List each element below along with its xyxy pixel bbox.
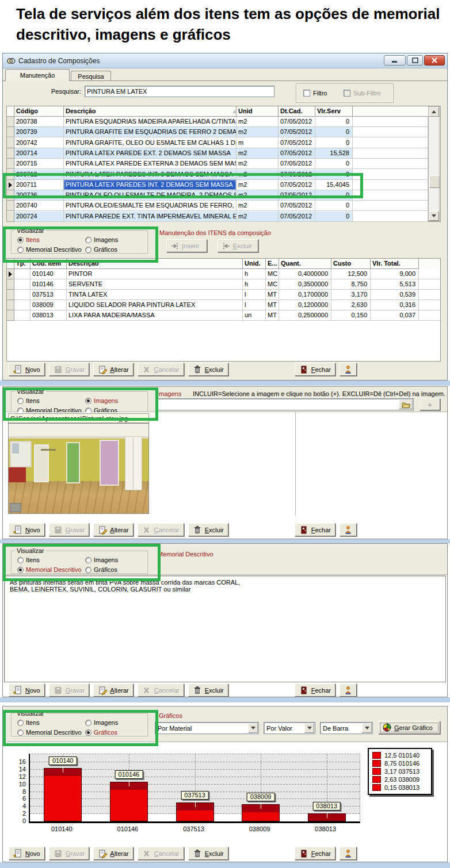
radio-itens[interactable]: Itens (17, 236, 85, 243)
maximize-button[interactable] (407, 55, 423, 66)
cancelar-button[interactable]: Cancelar (138, 683, 184, 697)
row-header-cell[interactable] (7, 201, 14, 211)
cell-vlrserv[interactable]: 15,4045 (315, 180, 353, 190)
search-input[interactable] (85, 86, 274, 97)
header-item-unid[interactable]: Unid. (243, 259, 266, 269)
row-header-cell[interactable] (7, 127, 14, 137)
cell-vlr-total[interactable]: 5,513 (371, 279, 419, 290)
cell-dtcad[interactable]: 07/05/2012 (279, 170, 315, 180)
fechar-button[interactable]: Fechar (295, 363, 335, 376)
vertical-scrollbar[interactable] (428, 106, 440, 221)
fechar-button[interactable]: Fechar (295, 847, 335, 860)
cell-item-unid[interactable]: un (243, 310, 266, 321)
cell-cod-item[interactable]: 037513 (30, 290, 67, 300)
header-cod-item[interactable]: Cod. Item (30, 259, 67, 269)
excluir-item-button[interactable]: Excluir (218, 239, 258, 252)
cell-unid[interactable]: m2 (237, 127, 279, 137)
row-header-cell[interactable] (7, 212, 14, 222)
row-header-cell[interactable] (7, 300, 14, 310)
composition-row[interactable]: 200714PINTURA LATEX PAREDE EXT. 2 DEMAOS… (7, 148, 440, 159)
cell-vlrserv[interactable]: 0 (315, 201, 353, 211)
novo-button[interactable]: Novo (9, 683, 45, 697)
cell-descricao[interactable]: PINTURA GRAFITE EM ESQUADRIAS DE FERRO 2… (64, 127, 237, 137)
cancelar-button[interactable]: Cancelar (138, 523, 184, 536)
row-header-cell[interactable] (7, 117, 14, 127)
cell-item-descricao[interactable]: LIXA PARA MADEIRA/MASSA (67, 310, 243, 321)
header-quant[interactable]: Quant. (279, 259, 331, 269)
cell-filler[interactable] (353, 212, 428, 222)
excluir-button[interactable]: Excluir (188, 523, 228, 536)
radio-imagens[interactable]: Imagens (85, 236, 118, 243)
cell-vlrserv[interactable]: 0 (315, 170, 353, 180)
cell-vlrserv[interactable]: 0 (315, 117, 353, 127)
cell-cod-item[interactable]: 010140 (30, 269, 67, 279)
subfiltro-checkbox[interactable]: Sub-Filtro (344, 90, 381, 97)
composition-row[interactable]: 200739PINTURA GRAFITE EM ESQUADRIAS DE F… (7, 127, 440, 137)
radio-memorial-descritivo[interactable]: Memorial Descritivo (17, 566, 85, 573)
cell-cod-item[interactable]: 038013 (30, 310, 67, 321)
row-header-cell[interactable] (7, 148, 14, 159)
cell-e[interactable]: MC (266, 269, 279, 279)
cell-dtcad[interactable]: 07/05/2012 (279, 212, 315, 222)
cell-filler[interactable] (353, 117, 428, 127)
scroll-down-button[interactable] (429, 211, 439, 221)
alterar-button[interactable]: Alterar (93, 683, 133, 697)
cell-item-descricao[interactable]: SERVENTE (67, 279, 243, 290)
memorial-textarea[interactable]: As pinturas internas serão em tinta PVA … (4, 575, 446, 682)
cell-unid[interactable]: m2 (237, 170, 279, 180)
cell-item-unid[interactable]: h (243, 279, 266, 290)
radio-itens[interactable]: Itens (17, 397, 85, 404)
help-button[interactable] (340, 683, 357, 697)
cell-vlr-total[interactable]: 0,037 (371, 310, 419, 321)
cell-dtcad[interactable]: 07/05/2012 (279, 180, 315, 190)
cell-custo[interactable]: 3,170 (331, 290, 371, 300)
cell-item-descricao[interactable]: TINTA LATEX (67, 290, 243, 300)
cell-dtcad[interactable]: 07/05/2012 (279, 190, 315, 201)
cell-item-unid[interactable]: l (243, 300, 266, 310)
cell-filler[interactable] (353, 159, 428, 169)
tab-manutencao[interactable]: Manutenção (5, 69, 70, 81)
cell-unid[interactable]: m2 (237, 159, 279, 169)
cell-custo[interactable]: 12,500 (331, 269, 371, 279)
cell-descricao[interactable]: PINTURA PAREDE EXT. TINTA IMPERMEAVEL MI… (64, 212, 237, 222)
browse-folder-button[interactable] (399, 400, 413, 409)
row-header-cell[interactable] (7, 279, 14, 290)
cell-unid[interactable]: m2 (237, 117, 279, 127)
cell-vlr-total[interactable]: 9,000 (371, 269, 419, 279)
close-button[interactable] (424, 55, 445, 66)
cell-descricao[interactable]: PINTURA ESQUADRIAS MADEIRA APARELHADA C/… (64, 117, 237, 127)
cell-e[interactable]: MT (266, 290, 279, 300)
composition-row[interactable]: 200742PINTURA GRAFITE, OLEO OU ESMALTE E… (7, 138, 440, 148)
header-tp[interactable]: Tp. (14, 259, 30, 269)
room-photo[interactable] (8, 423, 149, 514)
row-header-cell[interactable] (7, 180, 14, 190)
cell-quant[interactable]: 0,2500000 (279, 310, 331, 321)
composition-row[interactable]: 200736PINTURA OLEO OU ESMALTE DE MADEIRA… (7, 190, 440, 201)
cell-unid[interactable]: m2 (237, 180, 279, 190)
cell-codigo[interactable]: 200712 (14, 170, 64, 180)
cell-filler[interactable] (419, 310, 440, 321)
cell-vlrserv[interactable]: 0 (315, 212, 353, 222)
cell-tp[interactable] (14, 279, 30, 290)
composition-row[interactable]: 200740PINTURA OLEO/ESMALTE EM ESQUADRIAS… (7, 201, 440, 211)
cell-dtcad[interactable]: 07/05/2012 (279, 127, 315, 137)
cell-vlrserv[interactable]: 0 (315, 127, 353, 137)
cell-unid[interactable]: m2 (237, 212, 279, 222)
cell-quant[interactable]: 0,3500000 (279, 279, 331, 290)
cell-filler[interactable] (419, 290, 440, 300)
gravar-button[interactable]: Gravar (49, 847, 90, 860)
alterar-button[interactable]: Alterar (93, 523, 133, 536)
item-row[interactable]: 038009LIQUIDO SELADOR PARA PINTURA LATEX… (7, 300, 440, 310)
alterar-button[interactable]: Alterar (93, 363, 133, 376)
cell-filler[interactable] (353, 180, 428, 190)
fechar-button[interactable]: Fechar (295, 683, 335, 697)
composition-row[interactable]: 200715PINTURA LATEX PAREDE EXTERNA 3 DEM… (7, 159, 440, 169)
cell-item-unid[interactable]: h (243, 269, 266, 279)
header-custo[interactable]: Custo (331, 259, 371, 269)
cell-descricao[interactable]: PINTURA LATEX PAREDE EXT. 2 DEMAOS SEM M… (64, 148, 237, 159)
radio-itens[interactable]: Itens (17, 719, 85, 726)
gravar-button[interactable]: Gravar (49, 523, 90, 536)
cell-codigo[interactable]: 200742 (14, 138, 64, 148)
cell-dtcad[interactable]: 07/05/2012 (279, 138, 315, 148)
cell-vlrserv[interactable]: 0 (315, 190, 353, 201)
